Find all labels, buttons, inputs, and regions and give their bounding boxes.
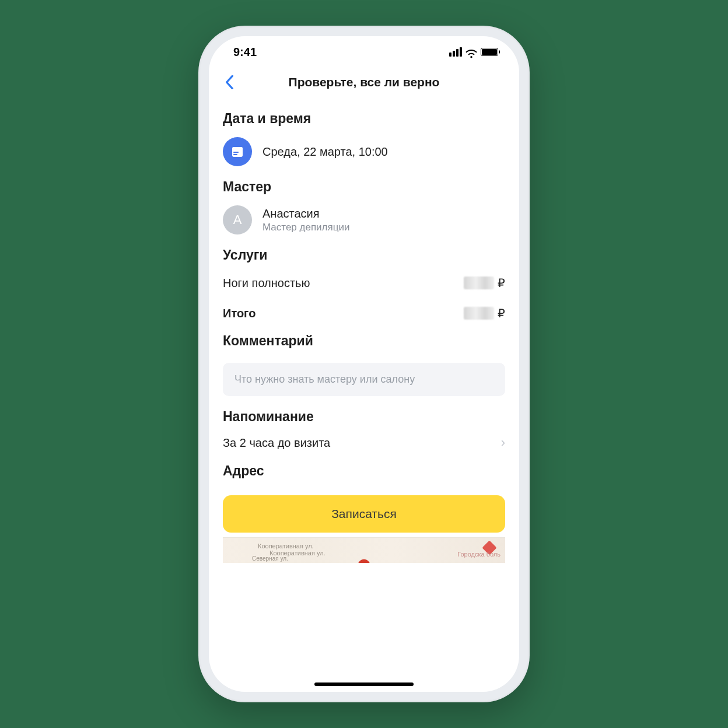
nav-header: Проверьте, все ли верно	[209, 68, 519, 97]
reminder-row[interactable]: За 2 часа до визита ›	[223, 435, 505, 450]
service-name: Ноги полностью	[223, 276, 310, 290]
section-title-comment: Комментарий	[223, 333, 505, 349]
currency-symbol: ₽	[498, 276, 505, 290]
wifi-icon	[466, 48, 477, 57]
total-row: Итого ₽	[223, 306, 505, 320]
price-blurred	[464, 276, 494, 289]
datetime-value: Среда, 22 марта, 10:00	[262, 145, 388, 159]
chevron-left-icon	[225, 75, 233, 89]
section-title-address: Адрес	[223, 463, 505, 479]
section-title-reminder: Напоминание	[223, 409, 505, 425]
device-frame: 9:41 Проверьте, все ли верно Дата и врем…	[198, 26, 530, 702]
status-indicators	[449, 47, 498, 57]
price-blurred	[464, 307, 494, 320]
page-title: Проверьте, все ли верно	[289, 75, 440, 89]
master-role: Мастер депиляции	[262, 222, 349, 233]
currency-symbol: ₽	[498, 306, 505, 320]
service-price: ₽	[464, 276, 505, 290]
content-scroll[interactable]: Дата и время Среда, 22 марта, 10:00 Маст…	[209, 97, 519, 692]
status-time: 9:41	[233, 46, 257, 59]
master-name: Анастасия	[262, 207, 349, 220]
status-bar: 9:41	[209, 36, 519, 68]
home-indicator[interactable]	[314, 682, 414, 686]
section-title-datetime: Дата и время	[223, 111, 505, 127]
comment-input[interactable]	[223, 363, 505, 396]
avatar: А	[223, 205, 252, 235]
chevron-right-icon: ›	[501, 435, 505, 450]
map-poi-label: Городска боль	[457, 551, 501, 558]
map-street-label: Северная ул.	[252, 555, 288, 562]
cta-container: Записаться	[223, 489, 505, 537]
total-price: ₽	[464, 306, 505, 320]
back-button[interactable]	[220, 74, 238, 91]
book-button[interactable]: Записаться	[223, 495, 505, 533]
cellular-signal-icon	[449, 47, 462, 57]
map-preview[interactable]: Кооперативная ул. Кооперативная ул. Севе…	[223, 537, 505, 563]
section-title-master: Мастер	[223, 179, 505, 195]
map-street-label: Кооперативная ул.	[258, 542, 314, 550]
screen: 9:41 Проверьте, все ли верно Дата и врем…	[209, 36, 519, 692]
service-row: Ноги полностью ₽	[223, 276, 505, 290]
reminder-value: За 2 часа до визита	[223, 436, 330, 450]
datetime-row[interactable]: Среда, 22 марта, 10:00	[223, 137, 505, 166]
battery-icon	[481, 48, 498, 56]
svg-rect-1	[232, 147, 243, 150]
total-label: Итого	[223, 307, 256, 320]
master-row[interactable]: А Анастасия Мастер депиляции	[223, 205, 505, 235]
section-title-services: Услуги	[223, 247, 505, 263]
calendar-icon	[223, 137, 252, 166]
